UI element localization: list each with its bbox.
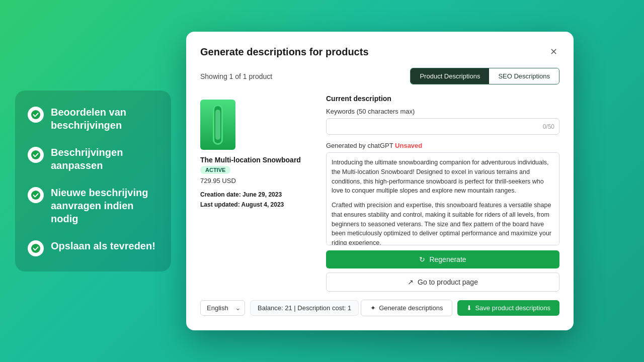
external-link-icon: ↗ [408,278,414,286]
tab-seo-descriptions[interactable]: SEO Descriptions [489,68,559,84]
product-card: The Multi-location Snowboard ACTIVE 729.… [200,95,316,292]
regenerate-icon: ↻ [419,255,425,263]
check-icon-2 [28,147,44,163]
product-status-badge: ACTIVE [200,166,230,174]
svg-point-3 [31,244,40,253]
svg-point-1 [31,150,40,159]
goto-product-button[interactable]: ↗ Go to product page [326,273,559,292]
showing-count: Showing 1 of 1 product [200,72,272,80]
tab-product-descriptions[interactable]: Product Descriptions [411,68,489,84]
svg-point-2 [31,191,40,200]
language-select-wrap: English Dutch French German Spanish [200,300,245,316]
check-icon-1 [28,107,44,123]
modal-header: Generate descriptions for products ✕ [200,46,559,58]
keywords-input-wrap: 0/50 [326,118,559,135]
footer-actions: ✦ Generate descriptions ⬇ Save product d… [361,300,559,316]
generate-btn-label: Generate descriptions [379,304,443,312]
check-icon-3 [28,187,44,203]
save-icon: ⬇ [466,304,472,312]
check-icon-4 [28,240,44,256]
regenerate-button[interactable]: ↻ Regenerate [326,250,559,268]
tab-group: Product Descriptions SEO Descriptions [410,68,559,84]
checklist-panel: Beoordelen van beschrijvingen Beschrijvi… [15,90,171,272]
product-image [200,100,235,150]
keywords-input[interactable] [326,118,559,135]
product-price: 729.95 USD [200,177,236,185]
checklist-label-4: Opslaan als tevreden! [51,239,155,252]
svg-point-0 [31,110,40,119]
close-button[interactable]: ✕ [547,46,559,58]
modal-title: Generate descriptions for products [200,46,369,58]
generated-by-label: Generated by chatGPT Unsaved [326,142,559,149]
generated-paragraph-2: Crafted with precision and expertise, th… [332,201,554,245]
language-select[interactable]: English Dutch French German Spanish [200,300,245,316]
save-btn-label: Save product descriptions [475,304,550,312]
creation-date-label: Creation date: June 29, 2023 [200,191,282,198]
svg-rect-6 [215,110,220,140]
sparkle-icon: ✦ [370,304,376,312]
checklist-label-2: Beschrijvingen aanpassen [51,146,158,172]
current-description-label: Current description [326,95,559,103]
keywords-label: Keywords (50 characters max) [326,108,559,115]
checklist-item-4: Opslaan als tevreden! [28,239,158,256]
checklist-item-1: Beoordelen van beschrijvingen [28,106,158,132]
unsaved-tag: Unsaved [395,142,422,149]
product-name: The Multi-location Snowboard [200,156,301,164]
balance-info: Balance: 21 | Description cost: 1 [250,300,359,316]
checklist-item-3: Nieuwe beschrijving aanvragen indien nod… [28,186,158,225]
generate-descriptions-button[interactable]: ✦ Generate descriptions [361,300,452,316]
modal-body: The Multi-location Snowboard ACTIVE 729.… [200,95,559,292]
generated-paragraph-1: Introducing the ultimate snowboarding co… [332,158,554,196]
checklist-label-3: Nieuwe beschrijving aanvragen indien nod… [51,186,158,225]
right-panel: Current description Keywords (50 charact… [326,95,559,292]
save-product-descriptions-button[interactable]: ⬇ Save product descriptions [457,300,559,316]
modal-toolbar: Showing 1 of 1 product Product Descripti… [200,68,559,84]
goto-label: Go to product page [418,278,478,286]
checklist-label-1: Beoordelen van beschrijvingen [51,106,158,132]
modal-footer: English Dutch French German Spanish Bala… [200,300,559,316]
checklist-item-2: Beschrijvingen aanpassen [28,146,158,172]
regenerate-label: Regenerate [429,255,466,263]
generate-descriptions-modal: Generate descriptions for products ✕ Sho… [186,32,574,330]
generated-text-area[interactable]: Introducing the ultimate snowboarding co… [326,152,559,245]
last-updated-label: Last updated: August 4, 2023 [200,201,284,208]
product-meta: Creation date: June 29, 2023 Last update… [200,190,284,210]
keywords-count: 0/50 [543,123,554,130]
